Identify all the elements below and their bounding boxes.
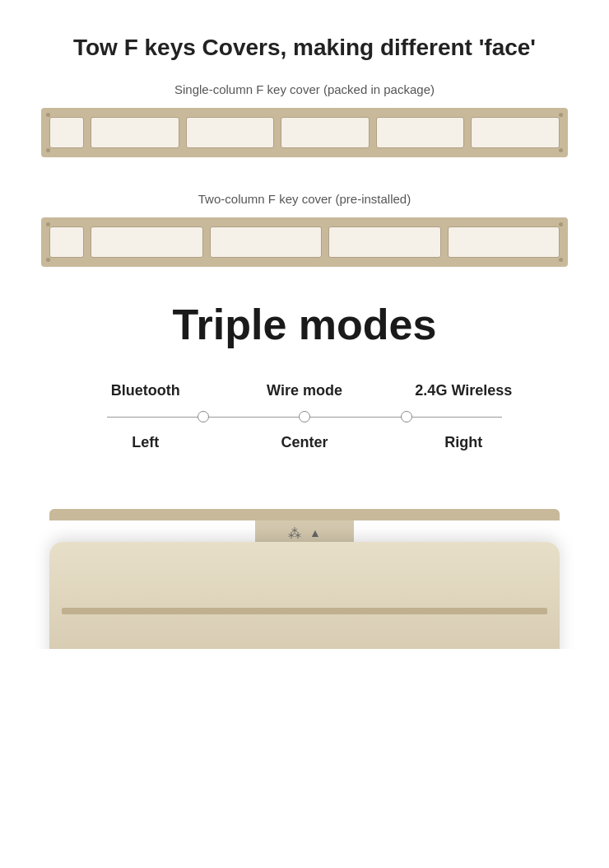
wireless-icon: ⁂ [288,525,301,541]
keyboard-top-edge [49,509,560,520]
modes-labels-row: Bluetooth Wire mode 2.4G Wireless [66,382,543,399]
corner-dot-br-2 [559,258,563,262]
fkey-slot-large-3 [281,117,370,148]
modes-container: Bluetooth Wire mode 2.4G Wireless Left C… [66,382,543,451]
mode-position-center: Center [225,434,384,451]
section1-title: Tow F keys Covers, making different 'fac… [73,33,536,63]
mode-dot-center [299,411,310,422]
corner-dot-tl-2 [46,258,50,262]
page-wrapper: Tow F keys Covers, making different 'fac… [0,0,609,649]
mode-label-wire: Wire mode [225,382,384,399]
modes-position-row: Left Center Right [66,434,543,451]
mode-dot-left [198,411,209,422]
fkey-slot-large-4 [376,117,465,148]
fkey-slot-wide-3 [328,226,441,258]
keyboard-bottom-section: ⁂ ▲ [0,484,609,649]
corner-dot-tl [46,148,50,152]
fkey-cover-single [41,108,568,157]
fkey-slot-wide-2 [210,226,323,258]
keyboard-stripe [62,608,547,614]
mode-position-left: Left [66,434,225,451]
fkey-cover-two-col [41,217,568,267]
mode-line-center-left [209,417,300,418]
mode-line-right [412,417,503,418]
wifi-icon: ▲ [309,526,321,539]
fkey-slot-wide-1 [91,226,203,258]
connector-icons: ⁂ ▲ [288,525,321,541]
fkey-slot-large-5 [471,117,560,148]
fkey-slot-small-1 [49,117,84,148]
keyboard-body [49,542,560,649]
corner-dot-br [559,148,563,152]
cover1-label: Single-column F key cover (packed in pac… [174,82,435,96]
mode-line-center-right [310,417,401,418]
fkey-slot-large-1 [91,117,179,148]
fkey-slot-tall-1 [49,226,84,258]
mode-position-right: Right [384,434,543,451]
fkey-slot-large-2 [186,117,275,148]
mode-label-wireless: 2.4G Wireless [384,382,543,399]
modes-line-row [66,411,543,422]
mode-line-left [107,417,198,418]
mode-label-bluetooth: Bluetooth [66,382,225,399]
cover2-label: Two-column F key cover (pre-installed) [198,192,411,206]
mode-dot-right [401,411,412,422]
triple-modes-title: Triple modes [173,300,437,349]
triple-modes-section: Triple modes Bluetooth Wire mode 2.4G Wi… [25,275,584,476]
fkey-slot-wide-4 [448,226,560,258]
